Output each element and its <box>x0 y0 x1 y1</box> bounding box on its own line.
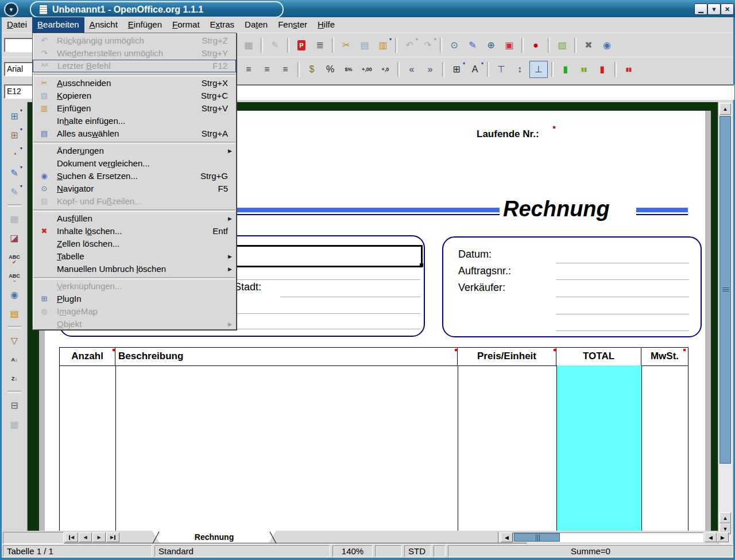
insert-object-icon[interactable]: ◔▾ <box>6 146 22 162</box>
menu-fenster[interactable]: Fenster <box>273 17 312 33</box>
autofilter-icon[interactable]: ▽ <box>6 333 22 348</box>
align-right-icon[interactable]: ≡ <box>258 61 276 77</box>
align-top-icon[interactable]: ⊤ <box>493 61 510 77</box>
dropdown-arrow-icon[interactable]: ▾ <box>20 108 22 113</box>
menu-item-einfügen[interactable]: ▥EinfügenStrg+V <box>33 102 236 115</box>
auto-spellcheck-icon[interactable]: ABC~ <box>6 268 22 283</box>
standard-format-icon[interactable]: $% <box>340 61 357 77</box>
stop-loading-icon[interactable]: ✖ <box>580 37 597 53</box>
dropdown-arrow-icon[interactable]: ▾ <box>20 127 22 132</box>
sheet-tab-rechnung[interactable]: Rechnung <box>152 531 276 543</box>
menu-ansicht[interactable]: Ansicht <box>84 17 123 33</box>
menu-hilfe[interactable]: Hilfe <box>312 17 340 33</box>
menu-item-suchen-ersetzen[interactable]: ◉Suchen & Ersetzen...Strg+G <box>33 170 236 182</box>
menu-extras[interactable]: Extras <box>205 17 240 33</box>
menu-item-ausfüllen[interactable]: Ausfüllen▶ <box>33 212 236 225</box>
first-sheet-button[interactable]: ◀ <box>65 532 78 542</box>
data-sources-icon[interactable]: ▤ <box>6 306 22 321</box>
align-middle-icon[interactable]: ↕ <box>511 61 528 77</box>
vertical-scrollbar[interactable]: ▲ ▲ ▼ <box>718 102 732 544</box>
menu-bearbeiten[interactable]: Bearbeiten <box>32 17 84 33</box>
insert-icon[interactable]: ⊞▾ <box>6 108 22 124</box>
menu-item-manuellen-umbruch-löschen[interactable]: Manuellen Umbruch löschen▶ <box>33 263 236 275</box>
menu-format[interactable]: Format <box>167 17 205 33</box>
dropdown-arrow-icon[interactable]: ▾ <box>481 61 483 66</box>
last-sheet-button[interactable]: ▶ <box>106 532 119 542</box>
insert-columns-icon[interactable]: ▮▮ <box>575 61 593 77</box>
print-icon[interactable]: ≣ <box>311 37 328 53</box>
scroll-up-icon[interactable]: ▲ <box>719 512 731 523</box>
selection-handle[interactable] <box>420 263 423 267</box>
horizontal-scroll-thumb[interactable] <box>514 533 560 542</box>
toolbar-separator <box>440 38 442 53</box>
dropdown-arrow-icon[interactable]: ▾ <box>20 146 22 151</box>
form-functions-icon[interactable]: ✎▾ <box>6 184 22 200</box>
align-center-icon[interactable]: ≡ <box>240 61 257 77</box>
maximize-button[interactable]: ▼ <box>707 3 721 15</box>
web-page-icon[interactable]: ⊕ <box>482 37 500 53</box>
menu-item-änderungen[interactable]: Änderungen▶ <box>33 145 236 157</box>
scroll-left-icon[interactable]: ◀ <box>705 532 717 542</box>
menu-einfügen[interactable]: Einfügen <box>123 17 167 33</box>
previous-sheet-button[interactable]: ◀ <box>79 532 92 542</box>
delete-rows-icon[interactable]: ▮ <box>594 61 611 77</box>
menu-item-kopieren[interactable]: ▤KopierenStrg+C <box>33 90 236 102</box>
record-macro-icon[interactable]: ● <box>527 37 544 53</box>
menu-item-tabelle[interactable]: Tabelle▶ <box>33 250 236 263</box>
items-table[interactable]: AnzahlBeschreibungPreis/EinheitTOTALMwSt… <box>59 347 688 531</box>
menu-item-ausschneiden[interactable]: ✂AusschneidenStrg+X <box>33 77 236 90</box>
close-button[interactable]: ✕ <box>721 3 734 15</box>
group-icon[interactable]: ⊟ <box>6 398 22 413</box>
decrease-indent-icon[interactable]: « <box>403 61 420 77</box>
export-pdf-icon[interactable]: P <box>293 37 310 53</box>
scroll-right-icon[interactable]: ▶ <box>717 532 729 542</box>
fullscreen-icon[interactable]: ▣ <box>501 37 518 53</box>
window-menu-icon[interactable]: ▼ <box>4 2 18 17</box>
copy-icon[interactable]: ▤ <box>356 37 373 53</box>
menu-daten[interactable]: Daten <box>239 17 273 33</box>
vertical-scroll-thumb[interactable] <box>719 116 731 464</box>
background-color-icon[interactable]: A▾ <box>466 61 483 77</box>
cut-icon[interactable]: ✂ <box>338 37 355 53</box>
currency-format-icon[interactable]: $ <box>303 61 320 77</box>
scroll-left-icon[interactable]: ◀ <box>501 532 513 542</box>
dropdown-arrow-icon[interactable]: ▾ <box>20 165 22 170</box>
dropdown-arrow-icon[interactable]: ▾ <box>463 61 465 66</box>
scroll-up-icon[interactable]: ▲ <box>719 103 731 115</box>
dropdown-arrow-icon[interactable]: ▾ <box>416 37 418 42</box>
menu-item-inhalte-löschen[interactable]: ✖Inhalte löschen...Entf <box>33 225 236 238</box>
menu-item-inhalte-einfügen[interactable]: Inhalte einfügen... <box>33 115 236 127</box>
justify-icon[interactable]: ≡ <box>277 61 294 77</box>
menu-item-navigator[interactable]: ⊙NavigatorF5 <box>33 182 236 195</box>
dropdown-arrow-icon[interactable]: ▾ <box>20 184 22 189</box>
menu-datei[interactable]: Datei <box>2 17 32 33</box>
spellcheck-icon[interactable]: ABC✔ <box>6 249 22 265</box>
delete-columns-icon[interactable]: ▮▮ <box>620 61 637 77</box>
menu-item-zellen-löschen[interactable]: Zellen löschen... <box>33 238 236 250</box>
hyperlink-dialog-icon[interactable]: ⊙ <box>446 37 463 53</box>
menu-item-plugin[interactable]: ⊞PlugIn <box>33 293 236 305</box>
edit-draw-icon[interactable]: ✎ <box>464 37 481 53</box>
draw-functions-icon[interactable]: ✎▾ <box>6 165 22 181</box>
gallery-icon[interactable]: ▧ <box>554 37 571 53</box>
format-paintbrush-icon[interactable]: ◪ <box>6 230 22 246</box>
insert-cells-icon[interactable]: ⊞▾ <box>6 127 22 143</box>
sort-ascending-icon[interactable]: A↓ <box>6 352 22 367</box>
menu-item-alles-auswählen[interactable]: ▤Alles auswählenStrg+A <box>33 127 236 140</box>
align-bottom-icon[interactable]: ⊥ <box>529 61 548 78</box>
add-decimal-icon[interactable]: +,00 <box>358 61 376 77</box>
find-replace-icon[interactable]: ◉ <box>6 287 22 302</box>
paste-icon[interactable]: ▥▾ <box>374 37 392 53</box>
dropdown-arrow-icon[interactable]: ▾ <box>389 37 392 42</box>
menu-item-dokument-vergleichen[interactable]: Dokument vergleichen... <box>33 157 236 170</box>
remove-decimal-icon[interactable]: +,0 <box>377 61 394 77</box>
percent-format-icon[interactable]: % <box>322 61 339 77</box>
increase-indent-icon[interactable]: » <box>421 61 439 77</box>
insert-rows-icon[interactable]: ▮ <box>557 61 574 77</box>
sort-descending-icon[interactable]: Z↓ <box>6 371 22 386</box>
borders-icon[interactable]: ⊞▾ <box>448 61 465 77</box>
minimize-button[interactable]: ▁ <box>694 3 707 15</box>
dropdown-arrow-icon[interactable]: ▾ <box>434 37 436 42</box>
zoom-icon[interactable]: ◉ <box>598 37 616 53</box>
next-sheet-button[interactable]: ▶ <box>92 532 106 542</box>
